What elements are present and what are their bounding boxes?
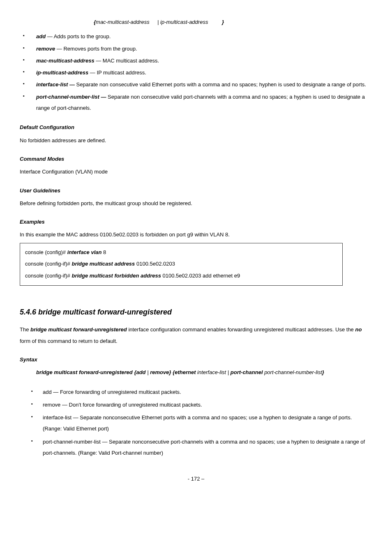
command-modes-body: Interface Configuration (VLAN) mode (20, 166, 372, 177)
list-item: interface-list — Separate nonconsecutive… (31, 412, 372, 435)
example-cmd: interface vlan (67, 249, 103, 255)
syntax-line: bridge multicast forward-unregistered {a… (36, 367, 372, 378)
example-prompt: console (config-if)# (25, 273, 71, 279)
syntax-remove: remove (150, 369, 169, 375)
intro-pre: The (20, 326, 30, 333)
default-config-heading: Default Configuration (20, 122, 372, 133)
syntax-pc-list: port-channel-number-list (264, 369, 322, 375)
example-row: console (config-if)# bridge multicast fo… (25, 270, 337, 282)
example-prompt: console (config)# (25, 249, 67, 255)
example-arg: 0100.5e02.0203 add ethernet e9 (163, 273, 240, 279)
example-cmd: bridge multicast forbidden address (71, 273, 162, 279)
param-lead: port-channel-number-list — (36, 94, 108, 100)
syntax-heading: Syntax (20, 354, 372, 365)
param-text: — Adds ports to the group. (46, 33, 111, 39)
page-number: - 172 – (20, 473, 372, 484)
param-lead: remove (36, 46, 55, 52)
parameter-list-2: add — Force forwarding of unregistered m… (31, 386, 372, 459)
example-arg: 0100.5e02.0203 (136, 261, 175, 267)
intro-bold2: no (355, 326, 362, 333)
top-syntax-line: {mac-multicast-address | ip-multicast-ad… (94, 16, 372, 28)
user-guidelines-body: Before defining forbidden ports, the mul… (20, 198, 372, 209)
syntax-pipe: | (228, 369, 231, 375)
example-arg: 8 (103, 249, 106, 255)
default-config-body: No forbidden addresses are defined. (20, 135, 372, 146)
example-cmd: bridge multicast address (71, 261, 136, 267)
param-text: — Removes ports from the group. (55, 46, 137, 52)
brace-close: } (322, 369, 324, 375)
example-row: console (config-if)# bridge multicast ad… (25, 258, 337, 270)
parameter-list: add — Adds ports to the group. remove — … (20, 31, 372, 113)
examples-heading: Examples (20, 216, 372, 227)
syntax-arg2: ip-multicast-address (160, 16, 222, 28)
param-text: Separate non consecutive valid Ethernet … (76, 81, 366, 88)
syntax-add: add (136, 369, 147, 375)
list-item: add — Adds ports to the group. (20, 31, 372, 42)
list-item: remove — Don't force forwarding of unreg… (31, 399, 372, 410)
syntax-ethernet: ethernet (175, 369, 197, 375)
intro-mid: interface configuration command enables … (128, 326, 355, 333)
syntax-brace-close: } (222, 19, 224, 25)
example-row: console (config)# interface vlan 8 (25, 247, 337, 259)
command-modes-heading: Command Modes (20, 153, 372, 164)
command-title: 5.4.6 bridge multicast forward-unregiste… (20, 305, 372, 320)
param-lead: add (36, 33, 46, 39)
param-lead: mac-multicast-address (36, 58, 95, 64)
syntax-arg1: mac-multicast-address (96, 16, 157, 28)
list-item: ip-multicast-address — IP multicast addr… (20, 67, 372, 78)
list-item: add — Force forwarding of unregistered m… (31, 386, 372, 398)
command-intro: The bridge multicast forward-unregistere… (20, 324, 372, 347)
param-text: — MAC multicast address. (95, 58, 159, 64)
page-content: {mac-multicast-address | ip-multicast-ad… (0, 0, 392, 497)
list-item: remove — Removes ports from the group. (20, 43, 372, 54)
param-lead: interface-list — (36, 81, 76, 88)
list-item: interface-list — Separate non consecutiv… (20, 79, 372, 90)
syntax-pipe: | (157, 19, 160, 25)
list-item: mac-multicast-address — MAC multicast ad… (20, 55, 372, 66)
intro-end: form of this command to return to defaul… (20, 338, 118, 344)
syntax-lead: bridge multicast forward-unregistered (36, 369, 134, 375)
syntax-interface-list: interface-list (197, 369, 228, 375)
syntax-port-channel: port-channel (231, 369, 264, 375)
examples-body: In this example the MAC address 0100.5e0… (20, 229, 372, 240)
list-item: port-channel-number-list — Separate nonc… (31, 436, 372, 459)
param-text: — IP multicast address. (88, 69, 146, 76)
param-lead: ip-multicast-address (36, 69, 88, 76)
user-guidelines-heading: User Guidelines (20, 185, 372, 196)
intro-bold: bridge multicast forward-unregistered (30, 326, 128, 333)
list-item: port-channel-number-list — Separate non … (20, 91, 372, 114)
example-box: console (config)# interface vlan 8 conso… (20, 243, 343, 286)
example-prompt: console (config-if)# (25, 261, 71, 267)
